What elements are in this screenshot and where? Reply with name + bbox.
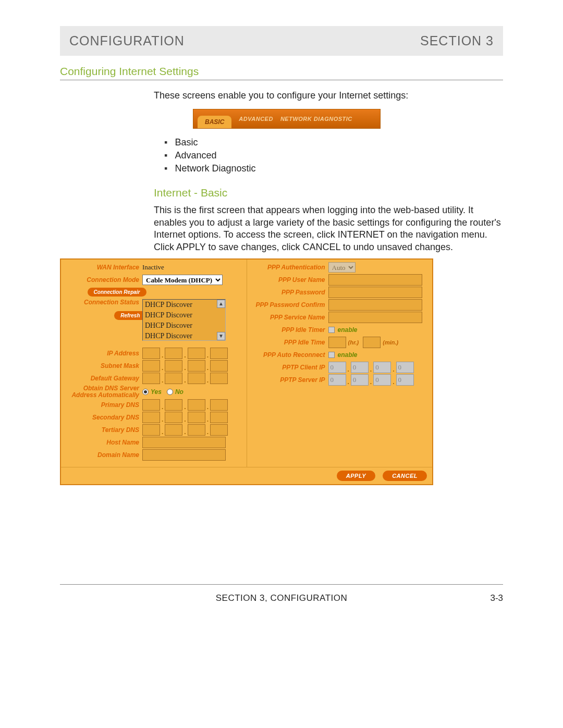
secondary-dns-input[interactable]: ... xyxy=(142,412,228,423)
status-line: DHCP Discover xyxy=(143,310,225,320)
page-header: CONFIGURATION SECTION 3 xyxy=(60,26,503,56)
refresh-button[interactable]: Refresh xyxy=(114,311,146,320)
tab-basic: BASIC xyxy=(198,116,231,128)
connection-status-box[interactable]: DHCP Discover DHCP Discover DHCP Discove… xyxy=(142,299,226,341)
ppp-pass-input[interactable] xyxy=(328,287,422,298)
obtain-dns-no-radio[interactable] xyxy=(167,389,173,395)
ppp-service-label: PPP Service Name xyxy=(250,314,328,321)
router-config-panel: WAN Interface Inactive Connection Mode C… xyxy=(60,258,433,485)
ppp-idle-timer-checkbox[interactable] xyxy=(328,327,335,333)
ip-address-input[interactable]: ... xyxy=(142,348,228,359)
subnet-mask-label: Subnet Mask xyxy=(64,363,142,369)
domain-name-input[interactable] xyxy=(142,449,226,461)
page-footer: SECTION 3, CONFIGURATION 3-3 xyxy=(60,593,503,603)
header-section: SECTION 3 xyxy=(420,33,494,48)
connection-repair-button[interactable]: Connection Repair xyxy=(88,288,146,297)
ppp-idle-timer-label: PPP Idle Timer xyxy=(250,327,328,334)
default-gateway-label: Default Gateway xyxy=(64,375,142,382)
obtain-dns-label: Obtain DNS Server Address Automatically xyxy=(64,385,142,398)
ppp-auth-label: PPP Authentication xyxy=(250,264,328,271)
host-name-input[interactable] xyxy=(142,437,226,448)
connection-mode-select[interactable]: Cable Modem (DHCP) xyxy=(142,275,223,285)
status-line: DHCP Discover xyxy=(143,320,225,331)
tab-bar-image: BASIC ADVANCED NETWORK DIAGNOSTIC xyxy=(193,109,381,129)
ppp-auth-select: Auto xyxy=(328,262,356,273)
subnet-mask-input[interactable]: ... xyxy=(142,360,228,372)
header-title: CONFIGURATION xyxy=(69,33,185,48)
secondary-dns-label: Secondary DNS xyxy=(64,414,142,421)
primary-dns-input[interactable]: ... xyxy=(142,399,228,411)
scroll-down-icon[interactable]: ▼ xyxy=(217,332,225,340)
cancel-button[interactable]: CANCEL xyxy=(383,471,427,481)
list-item: Basic xyxy=(164,136,503,149)
apply-button[interactable]: APPLY xyxy=(337,471,375,481)
connection-status-label: Connection Status xyxy=(64,299,142,306)
connection-mode-label: Connection Mode xyxy=(64,277,142,283)
footer-center: SECTION 3, CONFIGURATION xyxy=(216,593,348,603)
ppp-service-input[interactable] xyxy=(328,312,422,323)
footer-divider xyxy=(60,584,503,585)
primary-dns-label: Primary DNS xyxy=(64,402,142,409)
scroll-up-icon[interactable]: ▲ xyxy=(217,300,225,308)
ppp-pass-label: PPP Password xyxy=(250,289,328,296)
yes-label: Yes xyxy=(151,388,162,396)
panel-right-column: PPP Authentication Auto PPP User Name PP… xyxy=(247,260,433,467)
list-item: Network Diagnostic xyxy=(164,162,503,175)
ppp-auto-reconnect-checkbox[interactable] xyxy=(328,352,335,358)
tertiary-dns-input[interactable]: ... xyxy=(142,424,228,436)
ppp-user-label: PPP User Name xyxy=(250,277,328,283)
panel-footer: APPLY CANCEL xyxy=(61,467,432,484)
idle-hr-input[interactable] xyxy=(328,337,346,348)
tab-network-diagnostic: NETWORK DIAGNOSTIC xyxy=(280,116,352,122)
ip-address-label: IP Address xyxy=(64,350,142,357)
description: This is the first screen that appears wh… xyxy=(154,204,503,253)
section-title: Configuring Internet Settings xyxy=(60,65,503,78)
enable-label: enable xyxy=(338,326,358,334)
default-gateway-input[interactable]: ... xyxy=(142,373,228,384)
pptp-client-label: PPTP Client IP xyxy=(250,364,328,371)
domain-name-label: Domain Name xyxy=(64,452,142,459)
obtain-dns-yes-radio[interactable] xyxy=(142,389,149,395)
list-item: Advanced xyxy=(164,149,503,162)
bullet-list: Basic Advanced Network Diagnostic xyxy=(164,136,503,175)
sub-title: Internet - Basic xyxy=(154,187,503,199)
footer-page-number: 3-3 xyxy=(490,593,503,603)
pptp-server-input: 0. 0. 0. 0 xyxy=(328,374,414,386)
panel-left-column: WAN Interface Inactive Connection Mode C… xyxy=(61,260,247,467)
divider xyxy=(60,80,503,80)
pptp-client-input: 0. 0. 0. 0 xyxy=(328,362,414,373)
ppp-auto-reconnect-label: PPP Auto Reconnect xyxy=(250,352,328,359)
host-name-label: Host Name xyxy=(64,439,142,446)
tab-advanced: ADVANCED xyxy=(239,116,273,122)
hr-label: (hr.) xyxy=(348,339,359,346)
wan-interface-label: WAN Interface xyxy=(64,264,142,271)
ppp-pass-confirm-label: PPP Password Confirm xyxy=(250,302,328,309)
intro-text: These screens enable you to configure yo… xyxy=(154,90,503,102)
min-label: (min.) xyxy=(383,339,398,346)
tertiary-dns-label: Tertiary DNS xyxy=(64,427,142,434)
idle-min-input[interactable] xyxy=(363,337,381,348)
status-line: DHCP Discover xyxy=(143,300,225,310)
pptp-server-label: PPTP Server IP xyxy=(250,377,328,384)
status-line: DHCP Discover xyxy=(143,331,225,341)
wan-interface-value: Inactive xyxy=(142,263,164,272)
enable-label: enable xyxy=(338,351,358,359)
ppp-idle-time-label: PPP Idle Time xyxy=(250,339,328,346)
ppp-pass-confirm-input[interactable] xyxy=(328,299,422,311)
no-label: No xyxy=(175,388,183,396)
ppp-user-input[interactable] xyxy=(328,274,422,286)
